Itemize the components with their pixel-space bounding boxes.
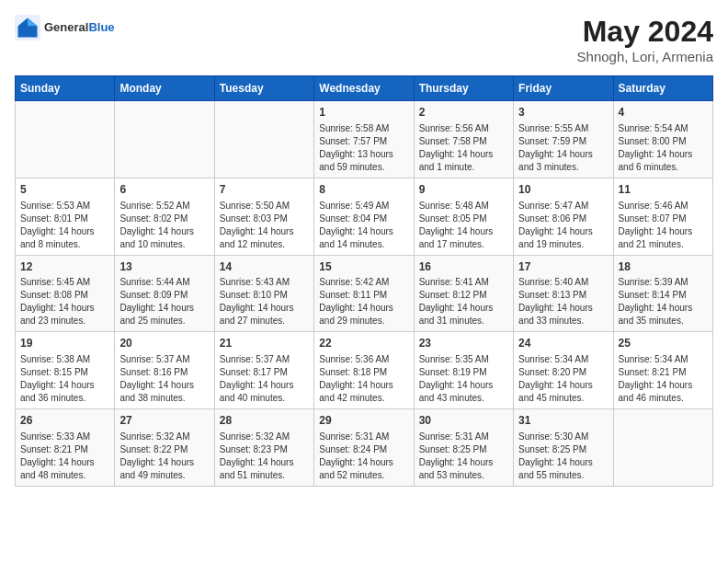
day-cell: 9Sunrise: 5:48 AMSunset: 8:05 PMDaylight…: [414, 178, 513, 255]
day-cell: 7Sunrise: 5:50 AMSunset: 8:03 PMDaylight…: [214, 178, 313, 255]
day-info: Sunrise: 5:45 AMSunset: 8:08 PMDaylight:…: [20, 276, 109, 327]
day-info: Sunrise: 5:41 AMSunset: 8:12 PMDaylight:…: [419, 276, 508, 327]
day-number: 23: [419, 336, 508, 351]
day-number: 5: [20, 182, 109, 198]
day-info: Sunrise: 5:49 AMSunset: 8:04 PMDaylight:…: [319, 200, 408, 251]
day-number: 13: [119, 259, 209, 275]
day-cell: 12Sunrise: 5:45 AMSunset: 8:08 PMDayligh…: [16, 255, 115, 332]
day-info: Sunrise: 5:46 AMSunset: 8:07 PMDaylight:…: [619, 200, 708, 251]
day-number: 25: [619, 336, 708, 351]
weekday-header-saturday: Saturday: [613, 76, 712, 101]
logo-general-text: General: [44, 20, 88, 34]
calendar-table: SundayMondayTuesdayWednesdayThursdayFrid…: [15, 75, 713, 487]
day-cell: 29Sunrise: 5:31 AMSunset: 8:24 PMDayligh…: [314, 409, 414, 487]
day-info: Sunrise: 5:47 AMSunset: 8:06 PMDaylight:…: [518, 200, 608, 251]
weekday-header-row: SundayMondayTuesdayWednesdayThursdayFrid…: [16, 76, 713, 101]
day-cell: 6Sunrise: 5:52 AMSunset: 8:02 PMDaylight…: [115, 178, 214, 255]
day-info: Sunrise: 5:38 AMSunset: 8:15 PMDaylight:…: [20, 353, 109, 405]
day-number: 17: [518, 259, 608, 275]
calendar-title: May 2024: [577, 15, 713, 49]
day-info: Sunrise: 5:30 AMSunset: 8:25 PMDaylight:…: [518, 431, 608, 482]
day-cell: 18Sunrise: 5:39 AMSunset: 8:14 PMDayligh…: [613, 255, 712, 332]
day-number: 20: [119, 336, 209, 351]
day-number: 26: [20, 413, 109, 429]
day-number: 18: [619, 259, 708, 275]
day-cell: 20Sunrise: 5:37 AMSunset: 8:16 PMDayligh…: [115, 332, 214, 409]
day-info: Sunrise: 5:32 AMSunset: 8:23 PMDaylight:…: [220, 431, 309, 482]
week-row-2: 5Sunrise: 5:53 AMSunset: 8:01 PMDaylight…: [16, 178, 713, 255]
day-cell: [613, 409, 712, 487]
day-info: Sunrise: 5:44 AMSunset: 8:09 PMDaylight:…: [119, 276, 209, 327]
logo-icon: [15, 15, 40, 40]
day-number: 11: [619, 182, 708, 198]
day-cell: 11Sunrise: 5:46 AMSunset: 8:07 PMDayligh…: [613, 178, 712, 255]
weekday-header-monday: Monday: [115, 76, 214, 101]
weekday-header-sunday: Sunday: [16, 76, 115, 101]
day-info: Sunrise: 5:50 AMSunset: 8:03 PMDaylight:…: [220, 200, 309, 251]
day-info: Sunrise: 5:40 AMSunset: 8:13 PMDaylight:…: [518, 276, 608, 327]
day-cell: 28Sunrise: 5:32 AMSunset: 8:23 PMDayligh…: [214, 409, 313, 487]
day-info: Sunrise: 5:55 AMSunset: 7:59 PMDaylight:…: [518, 122, 608, 174]
calendar-subtitle: Shnogh, Lori, Armenia: [577, 49, 713, 64]
weekday-header-thursday: Thursday: [414, 76, 513, 101]
day-cell: 1Sunrise: 5:58 AMSunset: 7:57 PMDaylight…: [314, 101, 414, 178]
logo-text: GeneralBlue: [44, 21, 115, 34]
day-info: Sunrise: 5:42 AMSunset: 8:11 PMDaylight:…: [319, 276, 408, 327]
day-info: Sunrise: 5:39 AMSunset: 8:14 PMDaylight:…: [619, 276, 708, 327]
day-info: Sunrise: 5:34 AMSunset: 8:21 PMDaylight:…: [619, 353, 708, 405]
day-info: Sunrise: 5:56 AMSunset: 7:58 PMDaylight:…: [419, 122, 508, 174]
logo-blue-text: Blue: [88, 20, 114, 34]
day-cell: 31Sunrise: 5:30 AMSunset: 8:25 PMDayligh…: [514, 409, 613, 487]
day-number: 15: [319, 259, 408, 275]
day-cell: 27Sunrise: 5:32 AMSunset: 8:22 PMDayligh…: [115, 409, 214, 487]
day-info: Sunrise: 5:43 AMSunset: 8:10 PMDaylight:…: [220, 276, 309, 327]
day-info: Sunrise: 5:31 AMSunset: 8:25 PMDaylight:…: [419, 431, 508, 482]
day-info: Sunrise: 5:54 AMSunset: 8:00 PMDaylight:…: [619, 122, 708, 174]
day-info: Sunrise: 5:37 AMSunset: 8:17 PMDaylight:…: [220, 353, 309, 405]
week-row-4: 19Sunrise: 5:38 AMSunset: 8:15 PMDayligh…: [16, 332, 713, 409]
day-cell: [16, 101, 115, 178]
day-number: 8: [319, 182, 408, 198]
day-cell: 30Sunrise: 5:31 AMSunset: 8:25 PMDayligh…: [414, 409, 513, 487]
day-number: 12: [20, 259, 109, 275]
day-cell: 24Sunrise: 5:34 AMSunset: 8:20 PMDayligh…: [514, 332, 613, 409]
day-cell: 8Sunrise: 5:49 AMSunset: 8:04 PMDaylight…: [314, 178, 414, 255]
weekday-header-wednesday: Wednesday: [314, 76, 414, 101]
day-info: Sunrise: 5:35 AMSunset: 8:19 PMDaylight:…: [419, 353, 508, 405]
logo: GeneralBlue: [15, 15, 115, 40]
day-number: 9: [419, 182, 508, 198]
day-number: 31: [518, 413, 608, 429]
day-cell: 3Sunrise: 5:55 AMSunset: 7:59 PMDaylight…: [514, 101, 613, 178]
day-cell: 17Sunrise: 5:40 AMSunset: 8:13 PMDayligh…: [514, 255, 613, 332]
page-header: GeneralBlue May 2024 Shnogh, Lori, Armen…: [15, 15, 713, 64]
day-cell: [115, 101, 214, 178]
day-cell: 10Sunrise: 5:47 AMSunset: 8:06 PMDayligh…: [514, 178, 613, 255]
day-number: 19: [20, 336, 109, 351]
day-number: 29: [319, 413, 408, 429]
day-number: 2: [419, 105, 508, 121]
day-number: 16: [419, 259, 508, 275]
weekday-header-tuesday: Tuesday: [214, 76, 313, 101]
week-row-5: 26Sunrise: 5:33 AMSunset: 8:21 PMDayligh…: [16, 409, 713, 487]
day-info: Sunrise: 5:53 AMSunset: 8:01 PMDaylight:…: [20, 200, 109, 251]
day-cell: 15Sunrise: 5:42 AMSunset: 8:11 PMDayligh…: [314, 255, 414, 332]
day-info: Sunrise: 5:37 AMSunset: 8:16 PMDaylight:…: [119, 353, 209, 405]
day-cell: [214, 101, 313, 178]
weekday-header-friday: Friday: [514, 76, 613, 101]
day-number: 22: [319, 336, 408, 351]
day-cell: 21Sunrise: 5:37 AMSunset: 8:17 PMDayligh…: [214, 332, 313, 409]
day-info: Sunrise: 5:34 AMSunset: 8:20 PMDaylight:…: [518, 353, 608, 405]
day-number: 28: [220, 413, 309, 429]
title-block: May 2024 Shnogh, Lori, Armenia: [577, 15, 713, 64]
week-row-1: 1Sunrise: 5:58 AMSunset: 7:57 PMDaylight…: [16, 101, 713, 178]
day-info: Sunrise: 5:52 AMSunset: 8:02 PMDaylight:…: [119, 200, 209, 251]
day-info: Sunrise: 5:31 AMSunset: 8:24 PMDaylight:…: [319, 431, 408, 482]
day-cell: 22Sunrise: 5:36 AMSunset: 8:18 PMDayligh…: [314, 332, 414, 409]
day-number: 1: [319, 105, 408, 121]
day-number: 4: [619, 105, 708, 121]
day-cell: 14Sunrise: 5:43 AMSunset: 8:10 PMDayligh…: [214, 255, 313, 332]
day-number: 21: [220, 336, 309, 351]
day-info: Sunrise: 5:58 AMSunset: 7:57 PMDaylight:…: [319, 122, 408, 174]
day-number: 7: [220, 182, 309, 198]
week-row-3: 12Sunrise: 5:45 AMSunset: 8:08 PMDayligh…: [16, 255, 713, 332]
